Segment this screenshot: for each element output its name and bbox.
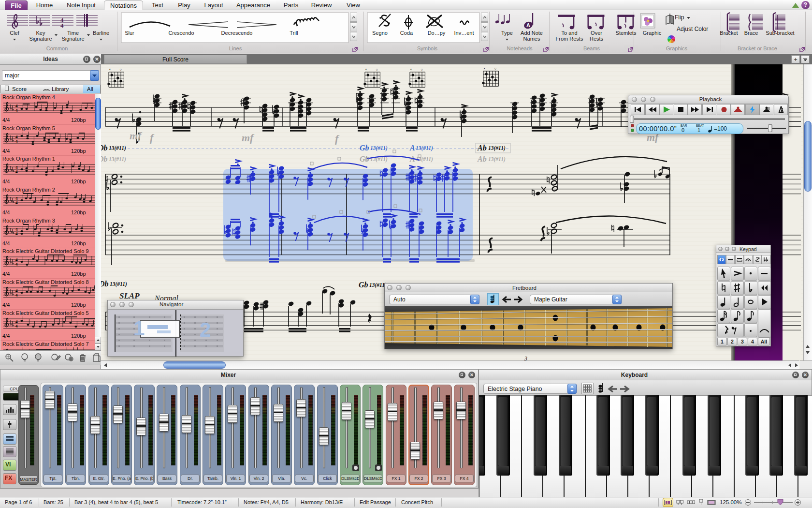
svg-text:Gb: Gb [359, 281, 368, 289]
svg-text:Gb: Gb [360, 144, 369, 152]
svg-text:13(#11): 13(#11) [109, 145, 126, 151]
svg-text:Db: Db [101, 280, 109, 288]
svg-text:4: 4 [15, 262, 18, 267]
svg-text:Db: Db [101, 155, 108, 163]
svg-text:×: × [365, 67, 367, 72]
svg-text:○: ○ [119, 67, 122, 72]
svg-text:13(#11): 13(#11) [488, 145, 506, 151]
svg-text:13(#11): 13(#11) [110, 281, 127, 287]
svg-text:13(#11): 13(#11) [416, 145, 433, 151]
svg-text:SLAP: SLAP [119, 291, 140, 300]
svg-text:Ab: Ab [477, 155, 487, 163]
svg-text:Ab: Ab [477, 144, 487, 152]
svg-text:×: × [483, 66, 486, 71]
svg-text:mf: mf [242, 132, 255, 144]
svg-text:A: A [526, 22, 530, 28]
svg-text:×: × [109, 67, 111, 72]
svg-text:4: 4 [15, 139, 18, 144]
svg-text:13(#11): 13(#11) [370, 145, 388, 151]
svg-text:4: 4 [15, 200, 18, 205]
svg-text:○: ○ [420, 67, 423, 72]
svg-text:○: ○ [494, 66, 496, 71]
svg-text:4: 4 [15, 293, 18, 298]
svg-text:mf: mf [130, 130, 143, 142]
svg-text:Db: Db [101, 144, 108, 152]
svg-text:4: 4 [15, 231, 18, 236]
svg-text:4: 4 [15, 324, 18, 329]
svg-text:4: 4 [60, 22, 64, 29]
svg-text:A: A [409, 144, 415, 152]
svg-text:4: 4 [15, 108, 18, 113]
svg-text:4: 4 [15, 169, 18, 174]
svg-text:13(#11): 13(#11) [109, 156, 126, 163]
svg-text:13(#11): 13(#11) [488, 156, 506, 163]
svg-text:×: × [410, 67, 412, 72]
svg-text:○: ○ [376, 67, 378, 72]
